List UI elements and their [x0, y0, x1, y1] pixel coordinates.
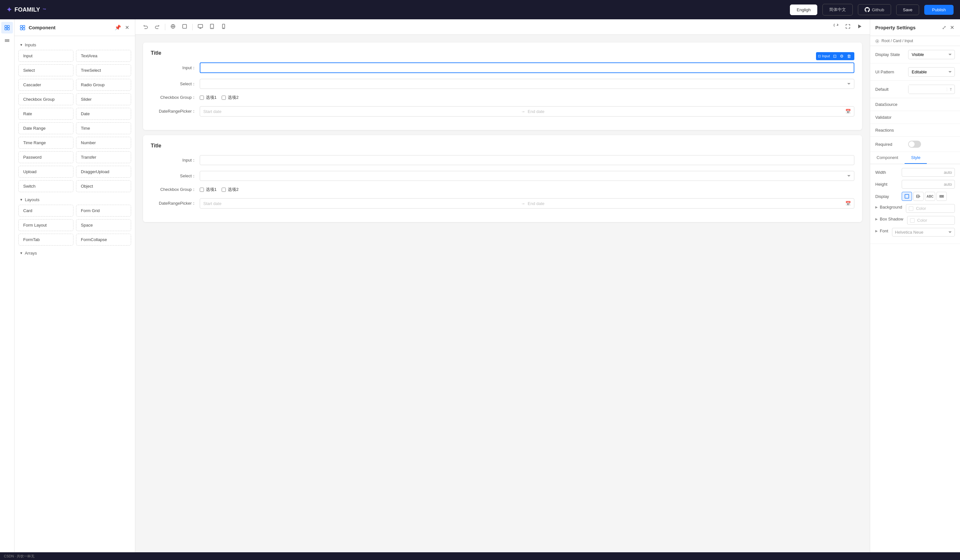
daterange-label-2: DateRangePicker： [151, 201, 196, 206]
svg-rect-2 [5, 28, 7, 30]
github-btn[interactable]: Github [858, 4, 891, 15]
component-formtab[interactable]: FormTab [18, 234, 74, 246]
date-range-input-2[interactable]: Start date → End date 📅 [200, 198, 854, 209]
default-input[interactable] [909, 85, 947, 94]
component-radiogroup[interactable]: Radio Group [76, 79, 131, 91]
component-switch[interactable]: Switch [18, 180, 74, 192]
prop-tabs: Component Style [870, 152, 960, 164]
field-settings-btn[interactable]: ⚙ [838, 53, 845, 59]
ui-pattern-row: UI Pattern Editable ReadOnly Disabled [870, 64, 960, 81]
component-transfer[interactable]: Transfer [76, 151, 131, 163]
move-btn[interactable] [168, 22, 178, 32]
checkbox-3-check[interactable] [200, 188, 204, 192]
display-inline-btn[interactable]: ABC [925, 192, 935, 201]
width-input[interactable] [902, 168, 955, 177]
english-btn[interactable]: Engligh [790, 5, 817, 15]
component-draggerupload[interactable]: DraggerUpload [76, 166, 131, 178]
component-number[interactable]: Number [76, 137, 131, 149]
component-cascader[interactable]: Cascader [18, 79, 74, 91]
component-checkboxgroup[interactable]: Checkbox Group [18, 93, 74, 105]
component-daterange[interactable]: Date Range [18, 122, 74, 134]
component-card[interactable]: Card [18, 205, 74, 217]
inputs-section-header[interactable]: ▼ Inputs [18, 40, 131, 50]
background-color-input[interactable]: Color [906, 204, 955, 213]
logo-icon: ✦ [6, 6, 12, 14]
component-space[interactable]: Space [76, 219, 131, 231]
input-label-1: Input： [151, 65, 196, 71]
layouts-section-header[interactable]: ▼ Layouts [18, 195, 131, 205]
component-formlayout[interactable]: Form Layout [18, 219, 74, 231]
checkbox-4-check[interactable] [222, 188, 226, 192]
expand-sidebar-btn[interactable]: ⤢ [941, 24, 947, 31]
checkbox-2-check[interactable] [222, 96, 226, 100]
pin-btn[interactable]: 📌 [114, 24, 122, 31]
select-input-2[interactable] [200, 171, 854, 181]
select-field-1 [200, 79, 854, 89]
checkbox-item-4[interactable]: 选项2 [222, 187, 238, 193]
undo-btn[interactable] [141, 22, 151, 32]
redo-btn[interactable] [152, 22, 162, 32]
checkbox-item-1[interactable]: 选项1 [200, 95, 216, 101]
breadcrumb: Root / Card / Input [870, 36, 960, 46]
tab-component[interactable]: Component [870, 152, 905, 164]
background-section-toggle[interactable]: ▶ Background [875, 205, 902, 209]
component-icon-btn[interactable] [1, 22, 13, 34]
component-upload[interactable]: Upload [18, 166, 74, 178]
height-input[interactable] [902, 180, 955, 188]
ui-pattern-select[interactable]: Editable ReadOnly Disabled [908, 67, 955, 77]
display-flex-btn[interactable] [936, 192, 947, 201]
arrays-section-header[interactable]: ▼ Arrays [18, 248, 131, 258]
select-input-1[interactable] [200, 79, 854, 89]
required-toggle[interactable] [908, 140, 921, 148]
svg-rect-30 [942, 195, 944, 197]
tab-style[interactable]: Style [905, 152, 927, 164]
component-textarea[interactable]: TextArea [76, 50, 131, 62]
component-formgrid[interactable]: Form Grid [76, 205, 131, 217]
display-state-select[interactable]: Visible Hidden None [908, 50, 955, 59]
component-formcollapse[interactable]: FormCollapse [76, 234, 131, 246]
play-btn[interactable] [854, 22, 865, 32]
close-sidebar-btn[interactable]: ✕ [124, 24, 130, 31]
tablet-btn[interactable] [207, 22, 217, 32]
checkbox-item-3[interactable]: 选项1 [200, 187, 216, 193]
save-btn[interactable]: Save [896, 5, 919, 15]
fullscreen-btn[interactable] [843, 22, 853, 32]
component-slider[interactable]: Slider [76, 93, 131, 105]
svg-point-21 [224, 28, 224, 28]
field-copy-btn[interactable]: ⊡ [832, 53, 838, 59]
input-selected[interactable] [200, 62, 854, 73]
required-value [908, 140, 955, 148]
close-right-sidebar-btn[interactable]: ✕ [949, 24, 955, 31]
boxshadow-color-input[interactable]: Color [907, 216, 955, 225]
mobile-btn[interactable] [218, 22, 229, 32]
refresh-btn[interactable] [831, 22, 842, 32]
svg-rect-0 [5, 26, 7, 27]
boxshadow-section-toggle[interactable]: ▶ Box Shadow [875, 217, 903, 222]
input-2[interactable] [200, 155, 854, 165]
calendar-icon-1: 📅 [845, 109, 851, 114]
component-input[interactable]: Input [18, 50, 74, 62]
layers-icon-btn[interactable] [1, 35, 13, 46]
chinese-btn[interactable]: 简体中文 [822, 4, 853, 16]
component-treeselect[interactable]: TreeSelect [76, 64, 131, 76]
checkbox-1-check[interactable] [200, 96, 204, 100]
font-section-toggle[interactable]: ▶ Font [875, 228, 888, 233]
component-select[interactable]: Select [18, 64, 74, 76]
component-date[interactable]: Date [76, 108, 131, 120]
font-select[interactable]: Helvetica Neue Arial Georgia [892, 228, 955, 236]
publish-btn[interactable]: Publish [924, 5, 954, 15]
date-range-input-1[interactable]: Start date → End date 📅 [200, 106, 854, 116]
field-delete-btn[interactable]: 🗑 [846, 53, 853, 59]
checkbox-item-2[interactable]: 选项2 [222, 95, 238, 101]
component-password[interactable]: Password [18, 151, 74, 163]
component-rate[interactable]: Rate [18, 108, 74, 120]
background-row: ▶ Background Color [875, 204, 955, 213]
desktop-btn[interactable] [195, 22, 206, 32]
display-inline-block-btn[interactable] [913, 192, 923, 201]
display-block-btn[interactable] [902, 192, 912, 201]
resize-btn[interactable] [179, 22, 190, 32]
component-timerange[interactable]: Time Range [18, 137, 74, 149]
component-time[interactable]: Time [76, 122, 131, 134]
component-object[interactable]: Object [76, 180, 131, 192]
background-color-placeholder: Color [916, 206, 952, 211]
